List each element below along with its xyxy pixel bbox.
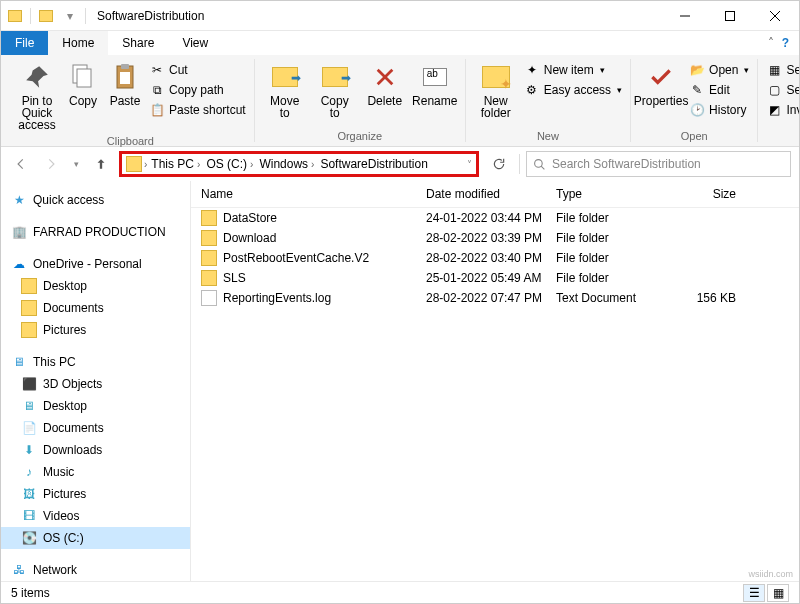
cut-button[interactable]: ✂Cut	[147, 61, 248, 79]
svg-rect-8	[120, 72, 130, 84]
nav-videos[interactable]: 🎞Videos	[1, 505, 190, 527]
file-row[interactable]: PostRebootEventCache.V228-02-2022 03:40 …	[191, 248, 799, 268]
nav-osc[interactable]: 💽OS (C:)	[1, 527, 190, 549]
nav-up-button[interactable]	[89, 152, 113, 176]
new-item-icon: ✦	[524, 62, 540, 78]
file-date: 28-02-2022 03:40 PM	[426, 251, 556, 265]
tab-view[interactable]: View	[168, 31, 222, 55]
chevron-right-icon[interactable]: ›	[144, 159, 147, 170]
copy-button[interactable]: Copy	[63, 59, 103, 109]
close-button[interactable]	[752, 2, 797, 30]
crumb-osc[interactable]: OS (C:)›	[204, 157, 255, 171]
nav-back-button[interactable]	[9, 152, 33, 176]
nav-recent-button[interactable]: ▾	[69, 152, 83, 176]
ribbon-collapse-icon[interactable]: ˄	[768, 36, 774, 50]
file-icon	[201, 290, 217, 306]
new-folder-button[interactable]: ✦New folder	[472, 59, 520, 121]
nav-documents[interactable]: 📄Documents	[1, 417, 190, 439]
file-name: PostRebootEventCache.V2	[223, 251, 369, 265]
refresh-button[interactable]	[485, 151, 513, 177]
file-type: File folder	[556, 231, 666, 245]
copy-path-icon: ⧉	[149, 82, 165, 98]
paste-button[interactable]: Paste	[105, 59, 145, 109]
nav-downloads[interactable]: ⬇Downloads	[1, 439, 190, 461]
svg-point-11	[535, 159, 543, 167]
group-label-open: Open	[681, 130, 708, 142]
nav-onedrive-pictures[interactable]: Pictures	[1, 319, 190, 341]
edit-button[interactable]: ✎Edit	[687, 81, 751, 99]
crumb-thispc[interactable]: This PC›	[149, 157, 202, 171]
copy-path-button[interactable]: ⧉Copy path	[147, 81, 248, 99]
view-details-button[interactable]: ☰	[743, 584, 765, 602]
delete-button[interactable]: Delete	[361, 59, 409, 109]
col-name[interactable]: Name	[201, 187, 426, 201]
nav-forward-button[interactable]	[39, 152, 63, 176]
nav-farrad[interactable]: 🏢FARRAD PRODUCTION	[1, 221, 190, 243]
nav-pictures[interactable]: 🖼Pictures	[1, 483, 190, 505]
file-date: 28-02-2022 07:47 PM	[426, 291, 556, 305]
nav-onedrive-desktop[interactable]: Desktop	[1, 275, 190, 297]
file-type: File folder	[556, 271, 666, 285]
nav-onedrive[interactable]: ☁OneDrive - Personal	[1, 253, 190, 275]
new-item-button[interactable]: ✦New item▾	[522, 61, 624, 79]
file-type: File folder	[556, 211, 666, 225]
folder-icon	[201, 250, 217, 266]
maximize-button[interactable]	[707, 2, 752, 30]
nav-3dobjects[interactable]: ⬛3D Objects	[1, 373, 190, 395]
view-icons-button[interactable]: ▦	[767, 584, 789, 602]
nav-music[interactable]: ♪Music	[1, 461, 190, 483]
col-size[interactable]: Size	[666, 187, 746, 201]
easy-access-button[interactable]: ⚙Easy access▾	[522, 81, 624, 99]
crumb-windows[interactable]: Windows›	[257, 157, 316, 171]
minimize-button[interactable]	[662, 2, 707, 30]
pin-icon	[21, 61, 53, 93]
file-row[interactable]: SLS25-01-2022 05:49 AMFile folder	[191, 268, 799, 288]
tab-home[interactable]: Home	[48, 31, 108, 55]
move-to-button[interactable]: ➡Move to	[261, 59, 309, 121]
music-icon: ♪	[21, 464, 37, 480]
select-all-button[interactable]: ▦Select all	[764, 61, 800, 79]
breadcrumb[interactable]: › This PC› OS (C:)› Windows› SoftwareDis…	[119, 151, 479, 177]
nav-network[interactable]: 🖧Network	[1, 559, 190, 581]
search-input[interactable]: Search SoftwareDistribution	[526, 151, 791, 177]
group-label-new: New	[537, 130, 559, 142]
nav-thispc[interactable]: 🖥This PC	[1, 351, 190, 373]
file-size: 156 KB	[666, 291, 746, 305]
rename-icon: ab	[419, 61, 451, 93]
history-button[interactable]: 🕑History	[687, 101, 751, 119]
properties-button[interactable]: Properties	[637, 59, 685, 109]
col-date[interactable]: Date modified	[426, 187, 556, 201]
search-icon	[533, 158, 546, 171]
nav-desktop[interactable]: 🖥Desktop	[1, 395, 190, 417]
tab-share[interactable]: Share	[108, 31, 168, 55]
select-none-button[interactable]: ▢Select none	[764, 81, 800, 99]
group-new: ✦New folder ✦New item▾ ⚙Easy access▾ New	[466, 59, 631, 142]
col-type[interactable]: Type	[556, 187, 666, 201]
chevron-down-icon[interactable]: ˅	[467, 159, 472, 170]
tab-file[interactable]: File	[1, 31, 48, 55]
easy-access-icon: ⚙	[524, 82, 540, 98]
nav-onedrive-documents[interactable]: Documents	[1, 297, 190, 319]
delete-icon	[369, 61, 401, 93]
file-row[interactable]: DataStore24-01-2022 03:44 PMFile folder	[191, 208, 799, 228]
file-date: 25-01-2022 05:49 AM	[426, 271, 556, 285]
cut-icon: ✂	[149, 62, 165, 78]
help-icon[interactable]: ?	[782, 36, 789, 50]
title-bar: ▾ SoftwareDistribution	[1, 1, 799, 31]
copy-to-button[interactable]: ➡Copy to	[311, 59, 359, 121]
invert-selection-button[interactable]: ◩Invert selection	[764, 101, 800, 119]
file-type: File folder	[556, 251, 666, 265]
column-headers[interactable]: Name Date modified Type Size	[191, 181, 799, 208]
group-organize: ➡Move to ➡Copy to Delete abRename Organi…	[255, 59, 466, 142]
file-row[interactable]: Download28-02-2022 03:39 PMFile folder	[191, 228, 799, 248]
paste-shortcut-button[interactable]: 📋Paste shortcut	[147, 101, 248, 119]
file-row[interactable]: ReportingEvents.log28-02-2022 07:47 PMTe…	[191, 288, 799, 308]
qat-dropdown-icon[interactable]: ▾	[62, 8, 78, 24]
navigation-pane: ★Quick access 🏢FARRAD PRODUCTION ☁OneDri…	[1, 181, 191, 581]
open-button[interactable]: 📂Open▾	[687, 61, 751, 79]
nav-quick-access[interactable]: ★Quick access	[1, 189, 190, 211]
svg-rect-7	[121, 64, 129, 69]
rename-button[interactable]: abRename	[411, 59, 459, 109]
pin-to-quick-access-button[interactable]: Pin to Quick access	[13, 59, 61, 133]
crumb-softdist[interactable]: SoftwareDistribution	[318, 157, 429, 171]
